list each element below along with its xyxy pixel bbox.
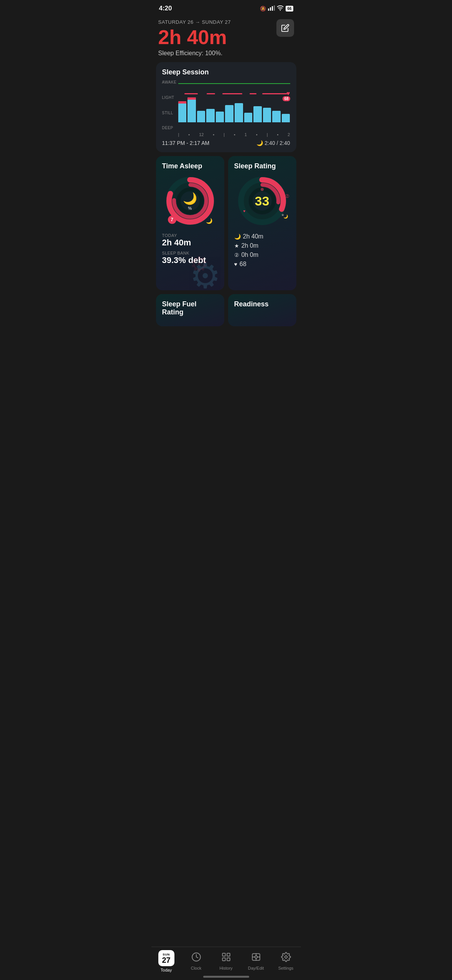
sleep-breakdown: 🌙 2h 40m ★ 2h 0m ② 0h 0m ♥ 68 — [234, 233, 290, 268]
bar-8 — [244, 113, 253, 122]
battery-icon: 66 — [286, 6, 293, 12]
bar-2 — [187, 97, 196, 122]
moon-badge: 🌙 — [206, 218, 212, 224]
status-time: 4:20 — [159, 5, 172, 12]
readiness-card: Readiness — [228, 294, 296, 326]
sleep-fuel-card: Sleep Fuel Rating — [156, 294, 224, 326]
time-asleep-card: Time Asleep 🌙 % 7 🌙 — [156, 156, 224, 290]
bottom-cards-row: Sleep Fuel Rating Readiness — [156, 294, 296, 326]
sleep-fuel-title: Sleep Fuel Rating — [162, 300, 218, 316]
sleep-chart: AWAKE LIGHT STILL DEEP — [162, 80, 290, 146]
bar-3 — [197, 111, 205, 122]
rating-score: 33 — [255, 194, 270, 208]
status-bar: 4:20 🔕 66 — [151, 0, 301, 15]
star-icon-breakdown: ★ — [234, 243, 239, 249]
time-range: 11:37 PM - 2:17 AM — [162, 140, 210, 146]
breakdown-sleep-value: 2h 40m — [243, 233, 263, 240]
sleep-rating-title: Sleep Rating — [234, 162, 290, 170]
sleep-efficiency: Sleep Efficiency: 100%. — [158, 50, 294, 57]
bar-9 — [253, 106, 262, 122]
wifi-icon — [277, 5, 284, 12]
breakdown-hr: ♥ 68 — [234, 261, 290, 268]
bar-12 — [282, 114, 290, 122]
light-label: LIGHT — [162, 95, 177, 100]
awake-line — [178, 83, 290, 84]
sleep-session-title: Sleep Session — [162, 68, 290, 76]
svg-rect-2 — [272, 6, 273, 11]
moon-icon-large: 🌙 — [183, 192, 197, 205]
svg-rect-0 — [268, 8, 269, 11]
time-axis: | • 12 • | • 1 • | • 2 — [178, 132, 290, 137]
sleep-total: 🌙 2:40 / 2:40 — [256, 140, 290, 146]
breakdown-deep-value: 0h 0m — [242, 252, 258, 258]
signal-icon — [268, 5, 275, 12]
edit-button[interactable] — [276, 19, 294, 37]
chart-area: ♥ 68 — [178, 80, 290, 130]
still-label: STILL — [162, 111, 177, 115]
sleep-rating-card: Sleep Rating 33 Ⓩ — [228, 156, 296, 290]
svg-rect-3 — [274, 5, 275, 11]
metrics-row: Time Asleep 🌙 % 7 🌙 — [156, 156, 296, 290]
awake-label: AWAKE — [162, 80, 177, 84]
chart-labels: AWAKE LIGHT STILL DEEP — [162, 80, 177, 130]
bar-1 — [178, 101, 187, 122]
breakdown-sleep: 🌙 2h 40m — [234, 233, 290, 240]
donut-center: 🌙 % — [183, 192, 197, 210]
sleep-duration: 2h 40m — [158, 26, 294, 48]
breakdown-quality: ★ 2h 0m — [234, 242, 290, 249]
bar-4 — [206, 109, 215, 122]
gear-decoration-2: ⚙ — [190, 252, 213, 275]
header-section: SATURDAY 26 → SUNDAY 27 2h 40m Sleep Eff… — [151, 15, 301, 62]
bar-10 — [263, 108, 271, 122]
today-label: TODAY — [162, 233, 218, 238]
time-asleep-title: Time Asleep — [162, 162, 218, 170]
date-range: SATURDAY 26 → SUNDAY 27 — [158, 19, 294, 25]
time-asleep-donut: 🌙 % 7 🌙 — [163, 174, 217, 228]
readiness-title: Readiness — [234, 300, 290, 308]
today-value: 2h 40m — [162, 238, 218, 248]
sleep-session-card: Sleep Session AWAKE LIGHT STILL DEEP — [156, 62, 296, 152]
rating-center: 33 — [255, 194, 270, 209]
bar-5 — [216, 112, 224, 122]
sleep-rating-donut: 33 Ⓩ ♥ ★ 🌙 — [235, 174, 289, 228]
heart-icon-breakdown: ♥ — [234, 261, 237, 267]
breakdown-quality-value: 2h 0m — [242, 242, 258, 249]
heart-badge: ♥ — [243, 209, 246, 213]
moon-badge-2: 🌙 — [283, 214, 288, 219]
z-badge: Ⓩ — [285, 194, 289, 199]
moon-icon-breakdown: 🌙 — [234, 233, 241, 240]
deep-label: DEEP — [162, 126, 177, 130]
bar-6 — [225, 105, 233, 122]
svg-rect-1 — [270, 7, 271, 11]
sleep-bars — [178, 92, 290, 122]
chart-footer: 11:37 PM - 2:17 AM 🌙 2:40 / 2:40 — [162, 140, 290, 146]
status-icons: 🔕 66 — [260, 5, 293, 12]
breakdown-deep: ② 0h 0m — [234, 252, 290, 258]
breakdown-hr-value: 68 — [240, 261, 247, 268]
mute-icon: 🔕 — [260, 6, 266, 12]
z-icon-breakdown: ② — [234, 252, 239, 258]
time-asleep-badge: 7 — [168, 215, 176, 224]
bar-7 — [235, 103, 243, 122]
bar-11 — [272, 111, 281, 122]
moon-icon-small: 🌙 — [256, 140, 263, 146]
